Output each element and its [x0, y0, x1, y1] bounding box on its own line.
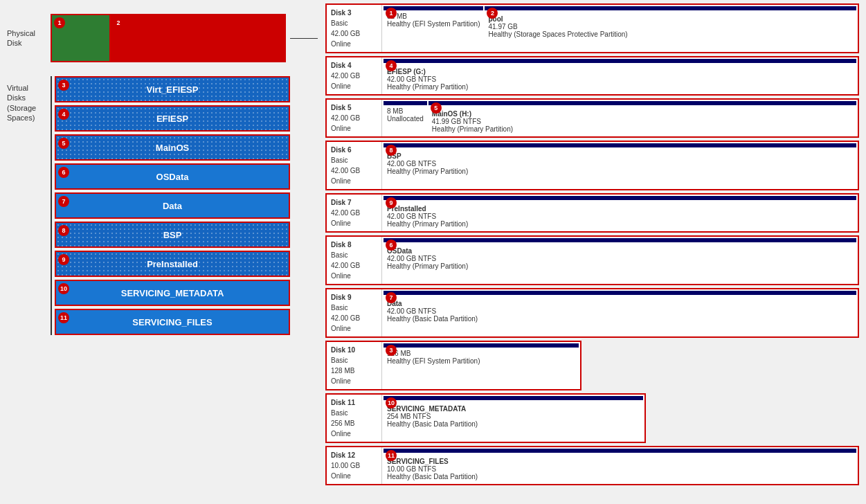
part-name: SERVICING_FILES	[387, 458, 853, 465]
part-detail: Healthy (Primary Partition)	[387, 220, 853, 228]
partition-SERVICING_METADATA-Disk11: 10SERVICING_METADATA254 MB NTFSHealthy (…	[384, 396, 643, 440]
partition-Data-Disk9: 7Data42.00 GB NTFSHealthy (Basic Data Pa…	[384, 291, 856, 335]
vdisk-label-7: Data	[56, 201, 289, 211]
disk-info-disk-4: Disk 442.00 GBOnline	[327, 57, 382, 94]
part-detail: Healthy (Basic Data Partition)	[387, 315, 853, 323]
part-detail: Unallocated	[387, 115, 424, 123]
virtual-disks-list: 3Virt_EFIESP4EFIESP5MainOS6OSData7Data8B…	[55, 76, 290, 335]
physical-disk-box: 1 2	[51, 14, 286, 62]
vdisk-label-10: SERVICING_METADATA	[56, 288, 289, 298]
partition-unnamed-Disk10: 3126 MBHealthy (EFI System Partition)	[384, 343, 579, 388]
vdisk-label-4: EFIESP	[56, 114, 289, 124]
vdisk-item-efiesp: 4EFIESP	[55, 105, 290, 132]
part-detail: 42.00 GB NTFS	[387, 255, 853, 262]
disk-name: Disk 7	[331, 199, 351, 206]
disk-info-disk-9: Disk 9Basic42.00 GBOnline	[327, 289, 382, 336]
disk-partitions: 10SERVICING_METADATA254 MB NTFSHealthy (…	[382, 395, 644, 442]
badge-6: 6	[58, 167, 69, 178]
part-name: OSData	[387, 247, 853, 255]
part-badge-6: 6	[386, 240, 397, 251]
disk-partitions: 6OSData42.00 GB NTFSHealthy (Primary Par…	[382, 237, 858, 284]
part-detail: 254 MB NTFS	[387, 413, 640, 420]
part-badge-9: 9	[386, 197, 397, 208]
disk-row-disk-4: Disk 442.00 GBOnline4EFIESP (G:)42.00 GB…	[325, 56, 859, 96]
virtual-disks-section: VirtualDisks(StorageSpaces) 3Virt_EFIESP…	[7, 76, 312, 335]
disk-row-disk-12: Disk 1210.00 GBOnline11SERVICING_FILES10…	[325, 446, 859, 485]
badge-7: 7	[58, 196, 69, 207]
part-badge-1: 1	[386, 8, 397, 19]
part-badge-5: 5	[431, 102, 442, 114]
disk-info-disk-11: Disk 11Basic256 MBOnline	[327, 395, 382, 442]
part-badge-11: 11	[386, 450, 397, 461]
disk-row-disk-8: Disk 8Basic42.00 GBOnline6OSData42.00 GB…	[325, 235, 859, 285]
disk-name: Disk 11	[331, 399, 355, 406]
badge-2: 2	[113, 17, 124, 28]
disk-row-disk-5: Disk 542.00 GBOnline8 MBUnallocated5Main…	[325, 98, 859, 138]
disk-row-disk-9: Disk 9Basic42.00 GBOnline7Data42.00 GB N…	[325, 288, 859, 338]
badge-11: 11	[58, 312, 69, 323]
part-detail: 42.00 GB NTFS	[387, 75, 853, 83]
part-name: Data	[387, 300, 853, 307]
part-detail: Healthy (Primary Partition)	[387, 262, 853, 270]
vdisk-label-9: PreInstalled	[56, 259, 289, 269]
disk-name: Disk 10	[331, 346, 355, 354]
disk-name: Disk 9	[331, 294, 351, 301]
disk-partitions: 3126 MBHealthy (EFI System Partition)	[382, 342, 580, 389]
part-name: pool	[488, 15, 853, 23]
partition-SERVICING_FILES-Disk12: 11SERVICING_FILES10.00 GB NTFSHealthy (B…	[384, 449, 856, 483]
part-detail: 42.00 GB NTFS	[387, 307, 853, 315]
disk-partitions: 8 MBUnallocated5MainOS (H:)41.99 GB NTFS…	[382, 100, 858, 136]
part-detail: 42.00 GB NTFS	[387, 213, 853, 220]
partition-unnamed-Disk5: 8 MBUnallocated	[384, 101, 427, 135]
part-detail: Healthy (EFI System Partition)	[387, 357, 575, 365]
part-detail: 10.00 GB NTFS	[387, 465, 853, 473]
badge-1: 1	[54, 17, 65, 28]
disk-name: Disk 12	[331, 451, 355, 459]
part-name: BSP	[387, 152, 853, 160]
partition-MainOS (H:)-Disk5: 5MainOS (H:)41.99 GB NTFSHealthy (Primar…	[429, 101, 856, 135]
disk-name: Disk 5	[331, 104, 351, 111]
disk-partitions: 8BSP42.00 GB NTFSHealthy (Primary Partit…	[382, 142, 858, 189]
vdisk-item-preinstalled: 9PreInstalled	[55, 251, 290, 277]
vdisk-label-11: SERVICING_FILES	[56, 317, 289, 327]
vdisk-item-servicing-metadata: 10SERVICING_METADATA	[55, 280, 290, 306]
disk-partitions: 11SERVICING_FILES10.00 GB NTFSHealthy (B…	[382, 447, 858, 484]
vdisk-item-virt-efiesp: 3Virt_EFIESP	[55, 76, 290, 102]
disk-partitions: 132 MBHealthy (EFI System Partition)2poo…	[382, 5, 858, 52]
part-detail: Healthy (Primary Partition)	[387, 83, 853, 91]
disk-name: Disk 8	[331, 241, 351, 249]
badge-8: 8	[58, 225, 69, 236]
disk-info-disk-7: Disk 742.00 GBOnline	[327, 195, 382, 231]
vdisk-label-8: BSP	[56, 230, 289, 240]
part-badge-3: 3	[386, 345, 397, 356]
partition-OSData-Disk8: 6OSData42.00 GB NTFSHealthy (Primary Par…	[384, 238, 856, 282]
part-detail: 8 MB	[387, 107, 424, 115]
disk-row-disk-10: Disk 10Basic128 MBOnline3126 MBHealthy (…	[325, 341, 581, 390]
disk-info-disk-3: Disk 3Basic42.00 GBOnline	[327, 5, 382, 52]
part-detail: Healthy (EFI System Partition)	[387, 20, 480, 28]
part-name: MainOS (H:)	[432, 110, 853, 118]
partition-BSP-Disk6: 8BSP42.00 GB NTFSHealthy (Primary Partit…	[384, 143, 856, 188]
badge-4: 4	[58, 109, 69, 120]
part-detail: Healthy (Basic Data Partition)	[387, 473, 853, 480]
vdisk-item-data: 7Data	[55, 192, 290, 219]
disk-row-disk-11: Disk 11Basic256 MBOnline10SERVICING_META…	[325, 393, 646, 443]
partition-EFIESP (G:)-Disk4: 4EFIESP (G:)42.00 GB NTFSHealthy (Primar…	[384, 59, 856, 93]
bs-efiesp-cell: 1	[52, 15, 111, 61]
disk-info-disk-10: Disk 10Basic128 MBOnline	[327, 342, 382, 389]
vdisk-item-bsp: 8BSP	[55, 222, 290, 248]
vdisk-label-3: Virt_EFIESP	[56, 84, 289, 95]
part-badge-10: 10	[386, 397, 397, 408]
disk-partitions: 7Data42.00 GB NTFSHealthy (Basic Data Pa…	[382, 289, 858, 336]
disk-row-disk-3: Disk 3Basic42.00 GBOnline132 MBHealthy (…	[325, 3, 859, 53]
disk-partitions: 9PreInstalled42.00 GB NTFSHealthy (Prima…	[382, 195, 858, 231]
vdisk-label-6: OSData	[56, 172, 289, 182]
disk-row-disk-6: Disk 6Basic42.00 GBOnline8BSP42.00 GB NT…	[325, 141, 859, 190]
part-detail: 41.99 GB NTFS	[432, 118, 853, 125]
disk-row-disk-7: Disk 742.00 GBOnline9PreInstalled42.00 G…	[325, 193, 859, 233]
disk-partitions: 4EFIESP (G:)42.00 GB NTFSHealthy (Primar…	[382, 57, 858, 94]
vdisk-item-servicing-files: 11SERVICING_FILES	[55, 309, 290, 335]
part-badge-8: 8	[386, 145, 397, 156]
physical-disk-section: PhysicalDisk 1 2	[7, 14, 312, 62]
vdisk-label-5: MainOS	[56, 143, 289, 153]
